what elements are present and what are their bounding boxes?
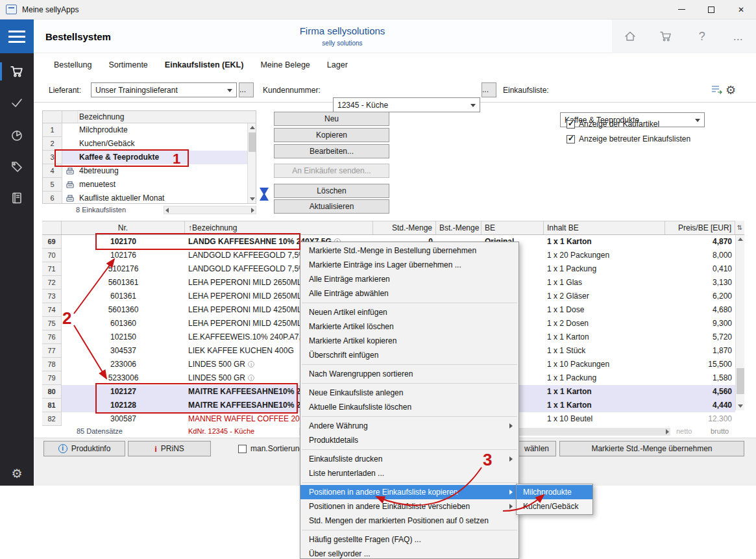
minimize-button[interactable] [666,0,696,19]
table-vertical-scrollbar[interactable] [735,235,744,410]
sidebar-item-check[interactable] [0,92,34,114]
menu-item-positionen-kopieren[interactable]: Positionen in andere Einkaufsliste kopie… [300,485,518,499]
menu-item[interactable]: Alle Einträge abwählen [300,286,518,301]
menu-item[interactable]: Über sellyorder ... [300,547,518,559]
list-item-selected[interactable]: 3Kaffee & Teeprodukte [43,151,256,164]
checkbox-anzeige-betreuter[interactable]: Anzeige betreuter Einkaufslisten [567,134,690,143]
column-header-bezeichnung[interactable]: ↑Bezeichnung [185,221,373,234]
cell-preis: 4,440 [665,399,735,412]
menu-item-with-submenu[interactable]: Andere Währung [300,419,518,433]
menu-item[interactable]: Alle Einträge markieren [300,272,518,286]
tab-meine-belege[interactable]: Meine Belege [260,60,310,69]
menu-item[interactable]: Markierte Einträge ins Lager übernehmen … [300,258,518,272]
scroll-left-icon[interactable] [165,208,169,213]
tab-bestellung[interactable]: Bestellung [54,60,91,69]
menu-item[interactable]: Überschrift einfügen [300,348,518,362]
menu-separator [302,364,517,365]
sidebar-item-tag[interactable] [0,156,34,178]
einkaufslisten-list: Bezeichnung 1Milchprodukte 2Kuchen/Gebäc… [42,110,256,204]
sidebar-item-catalog[interactable] [0,187,34,209]
markierte-uebernehmen-button[interactable]: Markierte Std.-Menge übernehmen [559,441,744,456]
prins-button[interactable]: iPRiNS [128,441,211,456]
home-icon[interactable] [620,27,640,46]
maximize-button[interactable] [696,0,726,19]
list-item[interactable]: 44betreuung [43,164,256,178]
checkbox-icon [238,445,247,453]
sort-both-icon[interactable]: ⇅ [735,221,744,235]
submenu-item-milchprodukte[interactable]: Milchprodukte [517,485,592,499]
checkbox-anzeige-kaufartikel[interactable]: Anzeige der Kaufartikel [567,119,659,129]
list-item[interactable]: 5menuetest [43,178,256,192]
menu-item[interactable]: Markierte Artikel kopieren [300,334,518,348]
scrollbar-thumb[interactable] [249,132,256,152]
cell-inhalt: 1 x 1 Stück [544,344,665,358]
cell-preis: 0,410 [665,262,735,276]
settings-gear-icon[interactable]: ⚙ [726,82,736,97]
tab-einkaufslisten[interactable]: Einkaufslisten (EKL) [165,60,244,69]
menu-item[interactable]: Markierte Artikel löschen [300,319,518,334]
close-button[interactable]: ✕ [726,0,756,19]
menu-separator [302,416,517,417]
menu-item[interactable]: Liste herunterladen ... [300,466,518,480]
kundennummer-dropdown[interactable]: 12345 - Küche [333,97,480,112]
app-window: Meine sellyApps ✕ Bestellsystem Firma se… [0,0,756,559]
menu-item[interactable]: Nach Warengruppen sortieren [300,367,518,381]
scroll-up-icon[interactable] [736,235,744,243]
scroll-up-icon[interactable] [248,123,256,132]
submenu-arrow-icon [509,456,513,462]
list-item[interactable]: 6Kaufliste aktueller Monat [43,192,256,204]
menu-item[interactable]: Markierte Std.-Menge in Bestellung übern… [300,243,518,258]
aktualisieren-button[interactable]: Aktualisieren [274,199,389,214]
menu-item-with-submenu[interactable]: Positionen in andere Einkaufsliste versc… [300,499,518,514]
tab-lager[interactable]: Lager [327,60,348,69]
hamburger-menu-button[interactable] [0,19,34,53]
cell-nr: 233006 [62,358,185,371]
move-down-button[interactable] [260,195,269,205]
kundennummer-browse-button[interactable]: ... [482,82,496,97]
column-header-nr[interactable]: Nr. [62,221,185,234]
list-item[interactable]: 2Kuchen/Gebäck [43,137,256,151]
sidebar-item-cart[interactable] [0,60,34,82]
column-header-preis[interactable]: Preis/BE [EUR] [665,221,735,234]
list-header-bezeichnung[interactable]: Bezeichnung [78,111,256,123]
menu-item-with-submenu[interactable]: Einkaufsliste drucken [300,452,518,466]
menu-item[interactable]: Neue Einkaufsliste anlegen [300,386,518,400]
menu-item[interactable]: Aktuelle Einkaufsliste löschen [300,400,518,414]
cell-preis: 4,870 [665,235,735,249]
loeschen-button[interactable]: Löschen [274,184,389,198]
bearbeiten-button[interactable]: Bearbeiten... [274,144,389,158]
chevron-down-icon [695,119,700,122]
more-icon[interactable]: ... [728,27,748,46]
submenu-item-kuchen-gebaeck[interactable]: Kuchen/Gebäck [517,499,592,514]
netto-label[interactable]: netto [676,427,692,435]
sidebar-item-pie-chart[interactable] [0,125,34,147]
column-header-bst-menge[interactable]: Bst.-Menge [436,221,482,234]
cart-icon[interactable] [656,27,676,46]
scroll-right-icon[interactable] [251,208,254,213]
column-header-inhalt-be[interactable]: Inhalt BE [544,221,665,234]
checkbox-man-sortierung[interactable]: man.Sortierung [238,444,304,453]
sidebar-item-settings[interactable]: ⚙ [0,462,34,484]
tab-sortimente[interactable]: Sortimente [108,60,147,69]
column-header-be[interactable]: BE [482,221,544,234]
list-vertical-scrollbar[interactable] [247,123,256,203]
column-header-std-menge[interactable]: Std.-Menge [373,221,436,234]
list-item[interactable]: 1Milchprodukte [43,123,256,137]
menu-item[interactable]: Häufig gestellte Fragen (FAQ) ... [300,532,518,547]
scroll-down-icon[interactable] [248,195,256,203]
menu-item[interactable]: Neuen Artikel einfügen [300,305,518,319]
lieferant-dropdown[interactable]: Unser Trainingslieferant [91,82,237,97]
scrollbar-thumb[interactable] [737,368,744,394]
menu-item[interactable]: Std. Mengen der markierten Positionen au… [300,514,518,528]
list-horizontal-scrollbar[interactable] [164,206,256,214]
scroll-down-icon[interactable] [736,402,744,410]
menu-item[interactable]: Produktdetails [300,433,518,447]
kopieren-button[interactable]: Kopieren [274,128,389,142]
scroll-right-icon[interactable] [666,429,669,434]
brutto-label[interactable]: brutto [711,427,729,435]
lieferant-browse-button[interactable]: ... [239,82,254,97]
help-icon[interactable]: ? [692,27,712,46]
neu-button[interactable]: Neu [274,112,389,126]
export-list-icon[interactable] [710,82,723,97]
produktinfo-button[interactable]: iProduktinfo [43,441,125,456]
